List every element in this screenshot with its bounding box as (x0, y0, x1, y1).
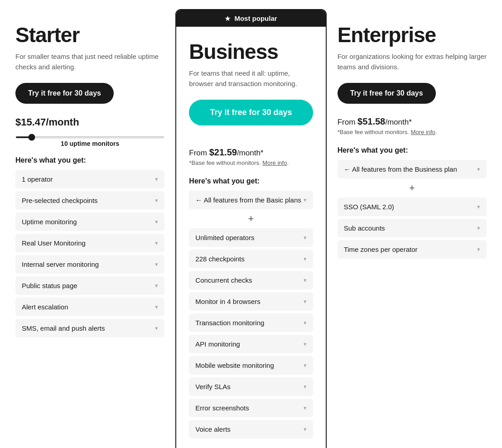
business-plan-inner: Business For teams that need it all: upt… (176, 27, 325, 448)
starter-features-list: 1 operator▾Pre-selected checkpoints▾Upti… (15, 170, 164, 337)
feature-item[interactable]: Concurrent checks▾ (189, 271, 313, 289)
business-price: From $21.59/month* (189, 147, 313, 158)
chevron-down-icon: ▾ (304, 298, 307, 305)
chevron-down-icon: ▾ (155, 176, 158, 183)
chevron-down-icon: ▾ (477, 246, 480, 253)
star-icon: ★ (225, 15, 231, 22)
starter-plan: Starter For smaller teams that just need… (5, 9, 175, 354)
most-popular-banner: ★ Most popular (176, 10, 325, 27)
starter-features-title: Here's what you get: (15, 156, 164, 164)
feature-item[interactable]: Voice alerts▾ (189, 420, 313, 438)
business-description: For teams that need it all: uptime, brow… (189, 68, 313, 89)
feature-item[interactable]: Error screenshots▾ (189, 399, 313, 417)
chevron-down-icon: ▾ (304, 234, 307, 241)
chevron-down-icon: ▾ (304, 319, 307, 326)
business-price-note: *Base fee without monitors. More info. (189, 159, 313, 166)
feature-item[interactable]: SMS, email and push alerts▾ (15, 319, 164, 337)
enterprise-plan: Enterprise For organizations looking for… (327, 9, 497, 275)
chevron-down-icon: ▾ (304, 255, 307, 262)
chevron-down-icon: ▾ (477, 225, 480, 231)
feature-item[interactable]: Real User Monitoring▾ (15, 234, 164, 252)
feature-item[interactable]: SSO (SAML 2.0)▾ (338, 198, 487, 216)
chevron-down-icon: ▾ (304, 277, 307, 284)
chevron-down-icon: ▾ (477, 203, 480, 210)
chevron-down-icon: ▾ (304, 383, 307, 390)
enterprise-features-list: SSO (SAML 2.0)▾Sub accounts▾Time zones p… (338, 198, 487, 259)
chevron-down-icon: ▾ (304, 197, 307, 203)
feature-item[interactable]: Internal server monitoring▾ (15, 255, 164, 274)
business-plus-separator: + (189, 213, 313, 225)
business-feature-inherit[interactable]: ← All features from the Basic plans ▾ (189, 191, 313, 209)
chevron-down-icon: ▾ (155, 261, 158, 268)
chevron-down-icon: ▾ (304, 405, 307, 411)
chevron-down-icon: ▾ (477, 166, 480, 173)
chevron-down-icon: ▾ (155, 197, 158, 204)
feature-item[interactable]: Verify SLAs▾ (189, 377, 313, 396)
enterprise-title: Enterprise (338, 23, 487, 47)
feature-item[interactable]: Sub accounts▾ (338, 219, 487, 237)
enterprise-price: From $51.58/month* (338, 116, 487, 127)
business-cta-button[interactable]: Try it free for 30 days (189, 100, 313, 125)
enterprise-feature-inherit[interactable]: ← All features from the Business plan ▾ (338, 160, 487, 178)
feature-item[interactable]: Alert escalation▾ (15, 298, 164, 316)
monitors-slider[interactable] (15, 136, 164, 138)
starter-title: Starter (15, 23, 164, 47)
starter-description: For smaller teams that just need reliabl… (15, 52, 164, 72)
chevron-down-icon: ▾ (155, 240, 158, 246)
feature-item[interactable]: Transaction monitoring▾ (189, 313, 313, 332)
chevron-down-icon: ▾ (304, 426, 307, 433)
feature-item[interactable]: Time zones per operator▾ (338, 240, 487, 259)
feature-item[interactable]: 1 operator▾ (15, 170, 164, 188)
feature-item[interactable]: API monitoring▾ (189, 335, 313, 353)
feature-item[interactable]: Public status page▾ (15, 276, 164, 295)
chevron-down-icon: ▾ (155, 282, 158, 289)
slider-label: 10 uptime monitors (15, 140, 164, 147)
enterprise-cta-button[interactable]: Try it free for 30 days (338, 83, 436, 104)
business-more-info-link[interactable]: More info (262, 159, 287, 166)
chevron-down-icon: ▾ (155, 303, 158, 310)
chevron-down-icon: ▾ (304, 362, 307, 369)
feature-item[interactable]: Uptime monitoring▾ (15, 212, 164, 231)
business-features-list: Unlimited operators▾228 checkpoints▾Conc… (189, 228, 313, 438)
plans-container: Starter For smaller teams that just need… (5, 9, 497, 448)
chevron-down-icon: ▾ (155, 218, 158, 225)
enterprise-more-info-link[interactable]: More info (411, 129, 435, 135)
starter-slider-container: 10 uptime monitors (15, 132, 164, 147)
enterprise-price-note: *Base fee without monitors. More info. (338, 129, 487, 135)
chevron-down-icon: ▾ (155, 325, 158, 332)
enterprise-features-title: Here's what you get: (338, 146, 487, 154)
enterprise-plus-separator: + (338, 182, 487, 194)
starter-cta-button[interactable]: Try it free for 30 days (15, 83, 114, 104)
feature-item[interactable]: Monitor in 4 browsers▾ (189, 292, 313, 311)
business-plan: ★ Most popular Business For teams that n… (175, 9, 326, 448)
feature-item[interactable]: 228 checkpoints▾ (189, 250, 313, 268)
business-features-title: Here's what you get: (189, 177, 313, 185)
chevron-down-icon: ▾ (304, 341, 307, 347)
feature-item[interactable]: Pre-selected checkpoints▾ (15, 191, 164, 210)
business-title: Business (189, 39, 313, 64)
feature-item[interactable]: Mobile website monitoring▾ (189, 356, 313, 375)
feature-item[interactable]: Unlimited operators▾ (189, 228, 313, 247)
starter-price: $15.47/month (15, 116, 164, 128)
enterprise-description: For organizations looking for extras hel… (338, 52, 487, 72)
